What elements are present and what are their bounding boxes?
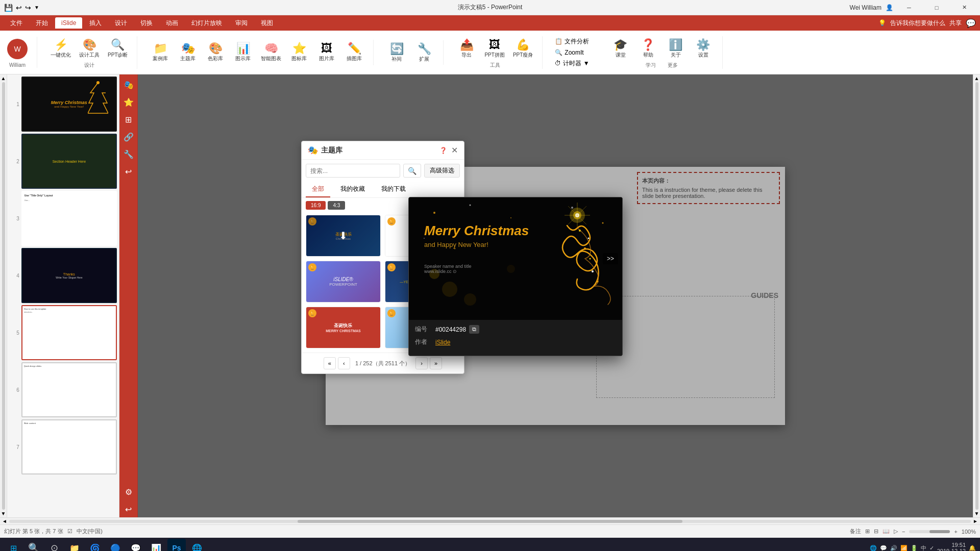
search-input[interactable] [306, 164, 400, 178]
preview-copy-btn[interactable]: ⧉ [469, 325, 479, 334]
tab-slideshow[interactable]: 幻灯片放映 [185, 17, 228, 30]
tab-favorites[interactable]: 我的收藏 [334, 182, 371, 197]
powerpoint-btn[interactable]: 📊 [147, 539, 165, 551]
taskbar-clock[interactable]: 19:51 2019-12-12 [937, 542, 966, 551]
zoom-slider[interactable] [909, 530, 950, 533]
horizontal-scroll[interactable]: ◄ ► [0, 517, 980, 524]
icon-lib-btn[interactable]: ⭐ 图标库 [286, 40, 312, 64]
one-click-optimize-btn[interactable]: ⚡ 一键优化 [47, 36, 74, 61]
design-tools-btn[interactable]: 🎨 设计工具 [76, 36, 103, 61]
slide-thumb-3[interactable]: 3 Use "Title Only" Layout Use... [9, 191, 117, 246]
save-icon[interactable]: 💾 [4, 4, 13, 12]
slide-thumb-6[interactable]: 6 Quick design slides [9, 362, 117, 417]
notification-btn[interactable]: 🔔 [969, 545, 976, 552]
next-page-btn[interactable]: › [415, 357, 428, 369]
help-btn[interactable]: ❓ 帮助 [635, 36, 661, 61]
maximize-button[interactable]: □ [925, 0, 948, 15]
account-btn[interactable]: W [4, 37, 31, 61]
template-card-3[interactable]: 🏆 iSLIDE® POWERPOINT [306, 261, 381, 303]
tab-transition[interactable]: 切换 [134, 17, 159, 30]
preview-next-btn[interactable]: >> [603, 253, 618, 264]
slide-thumb-2[interactable]: 2 Section Header Here [9, 134, 117, 189]
minimize-button[interactable]: ─ [897, 0, 921, 15]
modal-help-icon[interactable]: ❓ [439, 147, 447, 154]
tab-all[interactable]: 全部 [306, 182, 330, 197]
color-lib-btn[interactable]: 🎨 色彩库 [203, 40, 228, 64]
search-button[interactable]: 🔍 [403, 164, 421, 178]
red-sidebar-back[interactable]: ↩ [120, 501, 137, 517]
download-icon[interactable]: ⬇ [339, 230, 348, 242]
comments-btn[interactable]: 💬 [966, 18, 976, 28]
modal-close-button[interactable]: ✕ [451, 145, 458, 155]
share-btn[interactable]: 共享 [949, 19, 962, 28]
red-sidebar-btn-2[interactable]: ⭐ [120, 94, 137, 110]
slide-thumb-1[interactable]: 1 Merry Christmas and Happy New Year! [9, 77, 117, 132]
zoom-out-btn[interactable]: − [902, 529, 905, 535]
slide-thumb-4[interactable]: 4 Thanks Write Your Slogan Here [9, 248, 117, 303]
classroom-btn[interactable]: 🎓 课堂 [608, 36, 633, 61]
red-sidebar-btn-4[interactable]: 🔗 [120, 129, 137, 145]
insert-lib-btn[interactable]: ✏️ 插图库 [341, 40, 367, 64]
browser-btn[interactable]: 🌀 [86, 539, 104, 551]
windows-start-btn[interactable]: ⊞ [4, 539, 22, 551]
last-page-btn[interactable]: » [430, 357, 442, 369]
first-page-btn[interactable]: « [324, 357, 336, 369]
file-analysis-btn[interactable]: 📋 文件分析 [553, 36, 591, 47]
customize-icon[interactable]: ▼ [34, 5, 39, 10]
format-4-3-btn[interactable]: 4:3 [328, 201, 345, 210]
edge2-btn[interactable]: 🌐 [188, 539, 206, 551]
zoom-in-btn[interactable]: + [954, 529, 957, 535]
filter-button[interactable]: 高级筛选 [424, 164, 460, 178]
ppt-jigsaw-btn[interactable]: 🖼 PPT拼图 [481, 36, 507, 61]
normal-view-btn[interactable]: ⊞ [865, 528, 870, 535]
ppt-diag-btn[interactable]: 🔍 PPT诊断 [105, 36, 131, 61]
zoom-it-btn[interactable]: 🔍 ZoomIt [553, 48, 591, 57]
tab-insert[interactable]: 插入 [83, 17, 108, 30]
red-sidebar-btn-5[interactable]: 🔧 [120, 146, 137, 162]
red-sidebar-btn-6[interactable]: ↩ [120, 163, 137, 180]
tab-file[interactable]: 文件 [4, 17, 29, 30]
red-sidebar-settings[interactable]: ⚙ [120, 484, 137, 500]
tab-animation[interactable]: 动画 [160, 17, 184, 30]
about-btn[interactable]: ℹ️ 关于 [663, 36, 689, 61]
tab-islide[interactable]: iSlide [55, 17, 82, 29]
red-sidebar-btn-1[interactable]: 🎭 [120, 77, 137, 93]
close-button[interactable]: ✕ [952, 0, 976, 15]
format-16-9-btn[interactable]: 16:9 [306, 201, 326, 210]
tab-view[interactable]: 视图 [255, 17, 279, 30]
tab-home[interactable]: 开始 [30, 17, 54, 30]
tab-downloads[interactable]: 我的下载 [375, 182, 412, 197]
supplement-btn[interactable]: 🔄 补间 [384, 40, 409, 65]
settings-btn[interactable]: ⚙️ 设置 [691, 36, 716, 61]
ppt-slim-btn[interactable]: 💪 PPT瘦身 [510, 36, 536, 61]
task-view-btn[interactable]: ⊙ [45, 539, 63, 551]
redo-icon[interactable]: ↪ [25, 4, 31, 12]
slide-thumb-5[interactable]: 5 How to use this template instructions.… [9, 305, 117, 360]
tab-review[interactable]: 审阅 [229, 17, 254, 30]
file-explorer-btn[interactable]: 📁 [65, 539, 84, 551]
expand-btn[interactable]: 🔧 扩展 [411, 40, 437, 65]
preview-author-link[interactable]: iSlide [435, 339, 450, 346]
vertical-scroll-left[interactable]: ▲ ▼ [0, 74, 7, 517]
red-sidebar-btn-3[interactable]: ⊞ [120, 111, 137, 128]
template-card-5[interactable]: 🏆 圣诞快乐 MERRY CHRISTMAS [306, 307, 381, 348]
export-btn[interactable]: 📤 导出 [454, 36, 479, 61]
help-text[interactable]: 告诉我你想要做什么 [890, 19, 945, 28]
notes-btn[interactable]: 备注 [850, 528, 861, 535]
slide-thumb-7[interactable]: 7 Slide content [9, 419, 117, 474]
photo-lib-btn[interactable]: 🖼 图片库 [314, 40, 339, 64]
volume-icon[interactable]: 🔊 [890, 545, 897, 552]
search-btn[interactable]: 🔍 [24, 539, 43, 551]
edge-btn[interactable]: 🔵 [106, 539, 125, 551]
template-card-1[interactable]: 🏆 圣诞快乐 Christmas ⬇ [306, 215, 381, 257]
chart-lib-btn[interactable]: 📊 图示库 [230, 40, 256, 64]
reading-view-btn[interactable]: 📖 [883, 528, 890, 535]
case-lib-btn[interactable]: 📁 案例库 [148, 40, 173, 64]
slideshow-btn[interactable]: ▷ [894, 528, 898, 535]
smart-chart-btn[interactable]: 🧠 智能图表 [258, 40, 284, 64]
timer-btn[interactable]: ⏱ 计时器 ▼ [553, 58, 591, 69]
prev-page-btn[interactable]: ‹ [338, 357, 350, 369]
wechat-btn[interactable]: 💬 [127, 539, 145, 551]
tab-design[interactable]: 设计 [109, 17, 133, 30]
photoshop-btn[interactable]: Ps [167, 539, 186, 551]
